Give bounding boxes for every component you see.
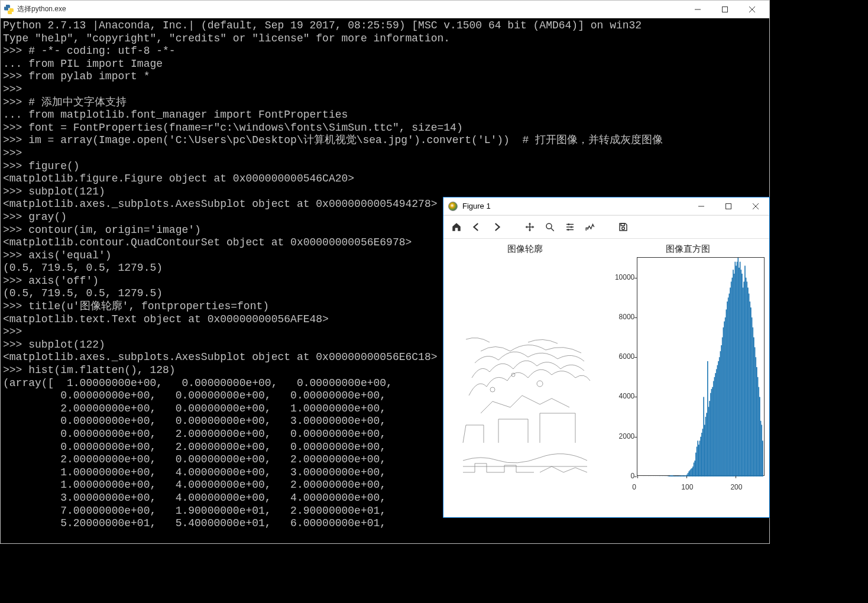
svg-rect-91 [729,294,730,476]
zoom-icon[interactable] [540,218,559,236]
histogram-title: 图像直方图 [666,244,710,255]
svg-rect-62 [701,437,702,476]
figure-canvas[interactable]: 图像轮廓 [443,239,769,517]
svg-rect-108 [746,278,747,476]
svg-rect-53 [692,468,693,476]
svg-rect-43 [682,475,683,476]
svg-rect-40 [679,476,680,476]
svg-rect-112 [750,302,751,476]
svg-rect-38 [677,476,678,476]
minimize-button[interactable] [684,1,711,18]
figure-toolbar [443,215,769,239]
histogram-ytick-label: 8000 [612,313,634,321]
edit-icon[interactable] [581,218,600,236]
home-icon[interactable] [447,218,466,236]
svg-rect-123 [760,421,762,476]
svg-rect-70 [708,407,710,476]
svg-rect-30 [669,476,670,476]
svg-rect-100 [738,258,739,476]
svg-rect-80 [718,361,719,476]
svg-rect-118 [756,357,757,476]
svg-rect-66 [704,425,705,476]
svg-rect-61 [699,440,701,476]
svg-rect-124 [762,425,763,476]
svg-rect-101 [739,268,740,476]
svg-rect-32 [671,475,672,476]
figure-minimize-button[interactable] [688,197,715,215]
svg-rect-122 [759,397,760,476]
svg-rect-46 [685,475,686,476]
svg-rect-121 [759,387,760,476]
histogram-ytick-label: 0 [612,472,634,480]
figure-maximize-button[interactable] [715,197,742,215]
figure-title: Figure 1 [462,202,688,210]
svg-rect-79 [717,365,718,476]
configure-icon[interactable] [561,218,579,236]
svg-rect-109 [747,281,748,476]
svg-rect-57 [695,453,697,476]
svg-rect-76 [714,377,715,476]
svg-rect-98 [736,265,737,476]
svg-rect-60 [698,445,699,476]
svg-rect-41 [680,476,681,476]
svg-rect-34 [673,476,674,476]
histogram-ytick-label: 4000 [612,392,634,400]
svg-rect-102 [740,262,741,476]
svg-rect-72 [710,393,711,476]
svg-rect-67 [705,417,707,476]
svg-rect-87 [725,317,726,476]
save-icon[interactable] [614,218,633,236]
svg-rect-95 [733,270,734,476]
svg-rect-81 [719,357,720,476]
figure-titlebar[interactable]: Figure 1 [443,197,769,215]
pan-icon[interactable] [520,218,539,236]
svg-point-8 [490,387,495,392]
svg-rect-114 [752,317,753,476]
svg-point-5 [568,229,569,231]
svg-rect-89 [727,302,728,476]
svg-rect-84 [722,338,723,476]
svg-rect-1 [726,203,731,209]
svg-rect-103 [741,270,742,476]
figure-close-button[interactable] [742,197,769,215]
svg-rect-37 [676,476,677,476]
svg-rect-36 [675,476,676,476]
histogram-xtick-label: 200 [730,483,742,491]
svg-rect-64 [702,429,704,476]
histogram-ytick-label: 10000 [612,273,634,281]
back-icon[interactable] [467,218,486,236]
svg-rect-75 [713,381,714,476]
forward-icon[interactable] [487,218,506,236]
close-button[interactable] [739,1,766,18]
svg-rect-45 [684,475,685,476]
svg-rect-58 [697,447,698,476]
svg-rect-86 [724,322,725,476]
maximize-button[interactable] [711,1,739,18]
svg-rect-33 [672,475,673,476]
svg-rect-42 [681,475,682,476]
histogram-area: 0200040006000800010000 0100200 [611,257,765,500]
window-controls [684,1,766,18]
svg-rect-6 [621,223,624,226]
svg-rect-111 [749,294,750,476]
svg-rect-110 [747,287,749,476]
histogram-ytick-label: 6000 [612,352,634,361]
histogram-xtick-label: 100 [681,483,693,491]
svg-point-2 [546,223,552,229]
svg-rect-55 [694,462,695,476]
svg-rect-68 [707,413,708,476]
histogram-plot [637,257,765,476]
svg-rect-31 [670,475,671,476]
svg-rect-44 [683,475,684,476]
svg-rect-99 [737,262,738,476]
svg-rect-97 [735,262,736,476]
console-titlebar[interactable]: 选择python.exe [1,1,769,18]
console-title: 选择python.exe [17,4,684,14]
svg-rect-106 [744,281,745,476]
svg-rect-83 [721,345,722,476]
svg-rect-74 [712,387,714,476]
contour-image [457,260,593,490]
svg-rect-35 [674,476,675,476]
contour-title: 图像轮廓 [507,244,543,255]
svg-rect-113 [750,307,752,476]
